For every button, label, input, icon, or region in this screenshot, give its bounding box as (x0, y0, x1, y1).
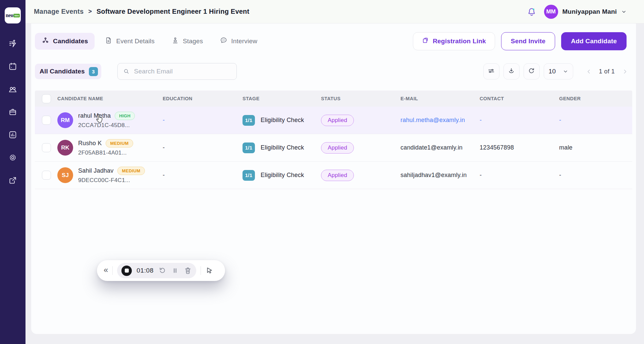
tabs-row: Candidates Event Details Stages Intervie… (35, 32, 627, 50)
download-button[interactable] (503, 63, 520, 79)
education-cell: - (163, 172, 243, 179)
row-checkbox[interactable] (42, 143, 51, 152)
col-contact: CONTACT (480, 96, 559, 101)
email-cell[interactable]: sahiljadhav1@examly.in (400, 172, 480, 179)
sidebar-item-reports[interactable] (5, 128, 20, 143)
sidebar-item-candidates[interactable] (5, 82, 20, 98)
refresh-button[interactable] (524, 63, 540, 79)
top-bar: Manage Events > Software Development Eng… (25, 0, 644, 23)
stage-count-badge: 1/1 (243, 142, 255, 153)
screen-recorder-widget[interactable]: « 01:08 (97, 260, 225, 281)
col-stage: STAGE (243, 96, 321, 101)
pagination: 1 of 1 (586, 68, 628, 75)
col-email: E-MAIL (400, 96, 480, 101)
col-gender: GENDER (559, 96, 632, 101)
chat-bubble-icon (220, 37, 227, 46)
collapse-recorder-icon[interactable]: « (104, 266, 108, 275)
candidate-name[interactable]: rahul Metha (78, 112, 111, 119)
col-education: EDUCATION (163, 96, 243, 101)
search-input[interactable] (134, 68, 231, 75)
people-icon (8, 85, 17, 95)
delete-recording-icon[interactable] (184, 267, 192, 275)
add-candidate-label: Add Candidate (571, 38, 617, 45)
table-row[interactable]: RK Rusho K MEDIUM 2F05AB81-4A01... - 1/1… (35, 134, 632, 162)
email-cell[interactable]: candidate1@examly.in (400, 144, 480, 151)
tab-label: Candidates (53, 38, 88, 45)
row-checkbox[interactable] (42, 171, 51, 180)
page-size-select[interactable]: 10 (544, 63, 573, 79)
next-page-icon[interactable] (622, 69, 628, 74)
recording-timer: 01:08 (137, 267, 154, 274)
status-cell: Applied (321, 142, 400, 154)
chevron-down-icon (563, 69, 568, 74)
tab-candidates[interactable]: Candidates (35, 33, 95, 50)
status-badge: Applied (321, 170, 354, 181)
stage-name: Eligibility Check (261, 172, 304, 179)
user-avatar: MM (544, 5, 558, 19)
stage-count-badge: 1/1 (243, 115, 255, 126)
tab-interview[interactable]: Interview (213, 33, 264, 50)
restart-recording-icon[interactable] (158, 267, 166, 275)
stage-cell: 1/1 Eligibility Check (243, 170, 321, 181)
stop-recording-button[interactable] (121, 266, 132, 276)
status-cell: Applied (321, 115, 400, 126)
gender-cell: - (559, 117, 632, 124)
breadcrumb-manage-events[interactable]: Manage Events (34, 8, 84, 15)
settings-icon (8, 153, 17, 163)
divider (112, 266, 113, 275)
priority-badge: HIGH (115, 112, 135, 120)
cursor-mode-icon[interactable] (205, 267, 213, 275)
all-candidates-label: All Candidates (40, 68, 85, 75)
select-all-checkbox[interactable] (42, 94, 51, 103)
stop-icon (125, 269, 129, 273)
tab-event-details[interactable]: Event Details (98, 33, 161, 50)
add-candidate-button[interactable]: Add Candidate (561, 32, 627, 50)
stage-cell: 1/1 Eligibility Check (243, 142, 321, 153)
all-candidates-chip[interactable]: All Candidates 3 (35, 64, 101, 79)
search-box[interactable] (117, 63, 237, 80)
sidebar-item-quick-actions[interactable] (5, 37, 20, 52)
registration-link-label: Registration Link (433, 38, 486, 45)
sidebar-item-settings[interactable] (5, 151, 20, 166)
briefcase-icon (8, 108, 17, 118)
registration-link-button[interactable]: Registration Link (413, 32, 495, 50)
pause-recording-icon[interactable] (171, 267, 179, 275)
top-right-group: MM Muniyappan Mani (527, 5, 627, 19)
prev-page-icon[interactable] (586, 69, 592, 74)
candidate-name[interactable]: Rusho K (78, 140, 102, 147)
priority-badge: MEDIUM (117, 167, 145, 175)
row-checkbox[interactable] (42, 116, 51, 125)
gender-cell: - (559, 172, 632, 179)
education-cell: - (163, 117, 243, 124)
brand-logo[interactable]: neo hire (5, 7, 21, 23)
table-row[interactable]: RM rahul Metha HIGH 2CCA7D1C-45D8... - 1… (35, 107, 632, 134)
chevron-down-icon (621, 9, 627, 14)
refresh-icon (528, 67, 535, 76)
sidebar-item-jobs[interactable] (5, 105, 20, 120)
brand-badge: hire (13, 14, 20, 17)
tab-stages[interactable]: Stages (165, 33, 210, 50)
contact-cell: - (480, 117, 559, 124)
send-invite-button[interactable]: Send Invite (501, 32, 555, 50)
user-name: Muniyappan Mani (562, 8, 617, 15)
tab-label: Event Details (116, 38, 155, 45)
candidate-name[interactable]: Sahil Jadhav (78, 167, 113, 174)
notifications-bell-icon[interactable] (527, 7, 537, 17)
app-window: neo hire (0, 0, 644, 344)
tab-label: Interview (231, 38, 257, 45)
user-menu[interactable]: MM Muniyappan Mani (544, 5, 627, 19)
sidebar-item-external[interactable] (5, 173, 20, 189)
stage-cell: 1/1 Eligibility Check (243, 115, 321, 126)
priority-badge: MEDIUM (106, 139, 133, 148)
download-icon (507, 67, 515, 76)
filter-row: All Candidates 3 10 (35, 63, 628, 80)
filter-button[interactable] (483, 63, 499, 79)
table-row[interactable]: SJ Sahil Jadhav MEDIUM 9DECC00C-F4C1... … (35, 162, 632, 189)
page-title: Software Development Engineer 1 Hiring E… (97, 8, 250, 15)
stage-name: Eligibility Check (261, 117, 304, 124)
sidebar-item-events[interactable] (5, 59, 20, 75)
external-link-icon (8, 176, 17, 186)
email-cell[interactable]: rahul.metha@examly.in (400, 117, 480, 124)
candidate-avatar: RM (57, 112, 73, 128)
status-badge: Applied (321, 142, 354, 154)
